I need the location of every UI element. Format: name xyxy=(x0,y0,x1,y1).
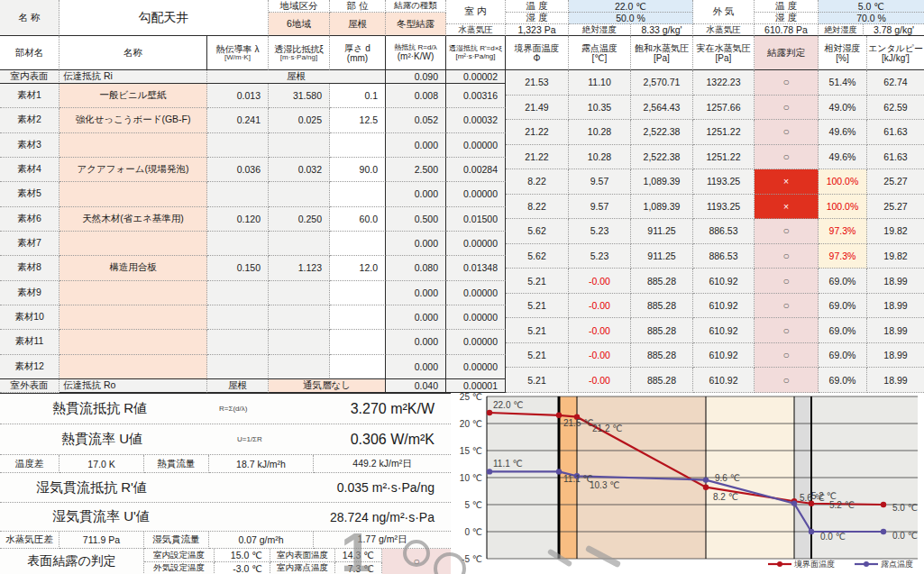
dewpoint-cell: 10.28 xyxy=(569,120,631,145)
col-avp: 実在水蒸気圧 [Pa] xyxy=(693,36,755,70)
xi-cell: 1.123 xyxy=(269,256,330,280)
enthalpy-cell: 61.63 xyxy=(867,120,924,145)
avp-cell: 610.92 xyxy=(693,368,755,393)
layer-table-left: 室内表面伝達抵抗 Ri屋根0.0900.00002素材1一般ビニル壁紙0.013… xyxy=(0,70,506,393)
material-name-select[interactable] xyxy=(59,330,207,354)
dewpoint-cell: -0.00 xyxy=(569,318,631,343)
u-formula: U=1/ΣR xyxy=(237,435,262,443)
lambda-cell xyxy=(207,182,269,206)
material-name-select[interactable]: 構造用合板 xyxy=(59,256,207,280)
avp-cell: 610.92 xyxy=(693,269,755,294)
phi-cell: 5.62 xyxy=(506,244,569,269)
row-label-素材3: 素材3 xyxy=(0,133,59,158)
up-value-row: 湿気貫流率 U'値 28.724 ng/m²·s·Pa xyxy=(0,503,451,532)
rh-cell: 49.0% xyxy=(819,96,867,121)
r-cell: 0.000 xyxy=(386,281,446,305)
thickness-input[interactable]: 90.0 xyxy=(330,158,386,182)
outdoor-humidity-input[interactable]: 70.0 % xyxy=(819,13,924,24)
indoor-vp-label: 水蒸気圧 xyxy=(446,24,506,36)
thickness-input[interactable] xyxy=(330,133,386,158)
part-label: 部 位 xyxy=(330,0,386,13)
region-select[interactable]: 6地域 xyxy=(269,13,330,36)
lambda-cell xyxy=(207,305,269,330)
indoor-set-temp[interactable]: 15.0 ℃ xyxy=(215,549,270,562)
material-name-select[interactable]: 強化せっこうボード(GB-F) xyxy=(59,108,207,132)
svg-text:5.0 ℃: 5.0 ℃ xyxy=(892,503,918,513)
row-label-素材7: 素材7 xyxy=(0,232,59,256)
rh-cell: 51.4% xyxy=(819,70,867,96)
roof-cell: 屋根 xyxy=(207,379,269,393)
dewpoint-cell: 9.57 xyxy=(569,169,631,195)
svg-text:9.6 ℃: 9.6 ℃ xyxy=(715,473,740,483)
col-rp: 透湿抵抗 R'=d×ξ [m²·s·Pa/ng] xyxy=(446,36,506,70)
r-cell: 0.040 xyxy=(386,379,446,393)
material-name-select[interactable] xyxy=(59,305,207,330)
rp-value-label: 湿気貫流抵抗 R'値 xyxy=(36,479,147,497)
svg-text:5.2 ℃: 5.2 ℃ xyxy=(829,500,855,510)
row-label-素材12: 素材12 xyxy=(0,355,59,379)
outdoor-hum-label: 湿 度 xyxy=(755,13,819,24)
phi-cell: 5.62 xyxy=(506,219,569,244)
rp-cell: 0.00000 xyxy=(446,305,506,330)
roof-cell: 屋根 xyxy=(207,70,386,84)
r-cell: 2.500 xyxy=(386,158,446,182)
r-formula: R=Σ(d/λ) xyxy=(219,405,247,413)
heat-flow-day: 449.2 kJ/m²日 xyxy=(314,455,451,473)
thickness-input[interactable]: 12.5 xyxy=(330,108,386,132)
col-xi-unit: [m·s·Pa/ng] xyxy=(280,54,317,62)
material-name-select[interactable]: 天然木材(省エネ基準用) xyxy=(59,207,207,232)
avp-cell: 886.53 xyxy=(693,244,755,269)
material-name-select[interactable] xyxy=(59,182,207,206)
rh-cell: 69.0% xyxy=(819,269,867,294)
r-cell: 0.008 xyxy=(386,84,446,108)
surface-resistance-ro: 伝達抵抗 Ro xyxy=(59,379,207,393)
dew-type-select[interactable]: 冬型結露 xyxy=(386,13,446,36)
material-name-select[interactable]: 一般ビニル壁紙 xyxy=(59,84,207,108)
name-value[interactable]: 勾配天井 xyxy=(59,0,269,36)
lambda-cell xyxy=(207,232,269,256)
svg-text:8.2 ℃: 8.2 ℃ xyxy=(713,492,738,502)
material-name-select[interactable] xyxy=(59,355,207,379)
row-label-室内表面: 室内表面 xyxy=(0,70,59,84)
r-cell: 0.500 xyxy=(386,207,446,232)
air-layer-select[interactable]: 通気層なし xyxy=(269,379,386,393)
indoor-temp-input[interactable]: 22.0 ℃ xyxy=(569,0,693,13)
dewpoint-cell: 10.28 xyxy=(569,145,631,170)
dewpoint-cell: 5.23 xyxy=(569,219,631,244)
r-value-row: 熱貫流抵抗 R値 R=Σ(d/λ) 3.270 m²K/W xyxy=(0,394,451,424)
r-cell: 0.000 xyxy=(386,133,446,158)
thickness-input[interactable] xyxy=(330,330,386,354)
material-name-select[interactable]: アクアフォーム(現場発泡) xyxy=(59,158,207,182)
condensation-judge-cell: ○ xyxy=(755,294,819,319)
part-select[interactable]: 屋根 xyxy=(330,13,386,36)
thickness-input[interactable] xyxy=(330,305,386,330)
col-enthalpy-unit: [kJ/kg'] xyxy=(882,53,910,63)
indoor-dewpoint-label: 室内露点温度 xyxy=(270,562,335,574)
thickness-input[interactable]: 12.0 xyxy=(330,256,386,280)
thickness-input[interactable]: 0.1 xyxy=(330,84,386,108)
phi-cell: 21.22 xyxy=(506,120,569,145)
svp-cell: 2,522.38 xyxy=(631,120,693,145)
rp-value: 0.035 m²·s·Pa/ng xyxy=(337,480,435,495)
outdoor-set-temp[interactable]: -3.0 ℃ xyxy=(215,562,270,574)
material-name-select[interactable] xyxy=(59,133,207,158)
material-name-select[interactable] xyxy=(59,232,207,256)
xi-cell xyxy=(269,182,330,206)
col-lambda: 熱伝導率 λ [W/m·K] xyxy=(207,36,269,70)
enthalpy-cell: 18.99 xyxy=(867,318,924,343)
rh-cell: 100.0% xyxy=(819,169,867,195)
thickness-input[interactable] xyxy=(330,281,386,305)
rh-cell: 100.0% xyxy=(819,195,867,220)
material-name-select[interactable] xyxy=(59,281,207,305)
indoor-label: 室 内 xyxy=(446,0,506,24)
thickness-input[interactable] xyxy=(330,232,386,256)
rp-cell: 0.01500 xyxy=(446,207,506,232)
thickness-input[interactable] xyxy=(330,355,386,379)
thickness-input[interactable] xyxy=(330,182,386,206)
surface-resistance-ri: 伝達抵抗 Ri xyxy=(59,70,207,84)
avp-cell: 1322.23 xyxy=(693,70,755,96)
thickness-input[interactable]: 60.0 xyxy=(330,207,386,232)
outdoor-temp-input[interactable]: 5.0 ℃ xyxy=(819,0,924,13)
indoor-humidity-input[interactable]: 50.0 % xyxy=(569,13,693,24)
col-avp-unit: [Pa] xyxy=(716,53,732,63)
